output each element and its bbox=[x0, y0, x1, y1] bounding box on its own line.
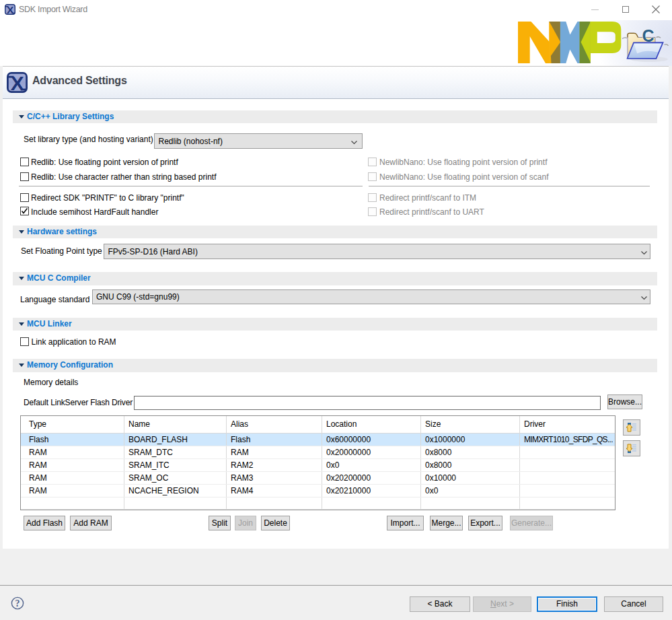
svg-text:X: X bbox=[7, 4, 14, 15]
svg-text:X: X bbox=[11, 72, 24, 93]
svg-text:C: C bbox=[642, 26, 654, 45]
svg-text:?: ? bbox=[15, 598, 20, 609]
